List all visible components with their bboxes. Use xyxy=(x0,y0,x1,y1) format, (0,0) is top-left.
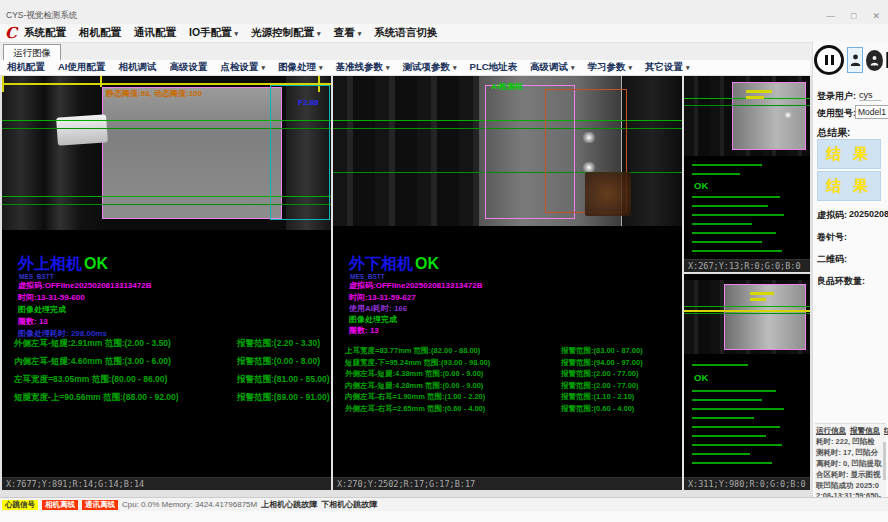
login-user-button[interactable] xyxy=(847,47,863,73)
mes-label: MES_BSTT xyxy=(19,273,54,280)
time-line: 时间:13-31-59-600 xyxy=(18,292,85,303)
info-tab-result[interactable]: 结果信息 xyxy=(884,426,888,436)
tool-image-processing[interactable]: 图像处理 xyxy=(278,61,323,74)
result-ok-badge: OK xyxy=(415,255,439,272)
control-sidebar: 登录用户: cys 使用型号: Model1 总结果: 结 果 结 果 虚拟码:… xyxy=(812,42,888,497)
minimize-button[interactable]: — xyxy=(826,11,835,21)
result-text-line xyxy=(692,426,780,428)
result-text-line xyxy=(692,223,752,225)
login-user-label: 登录用户: xyxy=(817,90,856,103)
baseline-green xyxy=(2,120,331,121)
sidebar-icon-row xyxy=(814,45,888,75)
overlay-label-mark xyxy=(746,96,764,99)
menu-item-io-hand-config[interactable]: IO手配置 xyxy=(189,26,238,40)
tool-test-item-params[interactable]: 测试项参数 xyxy=(403,61,457,74)
barcode-line: 虚拟码:OFFline2025020813313472B xyxy=(349,280,482,291)
camera-image-live[interactable]: 静态阈值:93, 动态阈值:100 F2.88 xyxy=(2,76,331,230)
maximize-button[interactable]: □ xyxy=(851,11,856,21)
result-box-text: 结 果 xyxy=(826,145,872,164)
camera-panel-outer-lower: AI检测框 外下相机OK MES_BSTT 虚拟码:OFFline2025020… xyxy=(333,76,682,490)
menu-item-comm-config[interactable]: 通讯配置 xyxy=(134,26,176,40)
measurement-alarm: 报警范围:(2.20 - 3.30) xyxy=(237,338,320,350)
menu-item-system-config[interactable]: 系统配置 xyxy=(24,26,66,40)
pause-button[interactable] xyxy=(814,45,844,75)
camera-image-thumb[interactable] xyxy=(684,280,810,354)
result-text-line xyxy=(692,462,772,464)
menu-item-view[interactable]: 查看 xyxy=(334,26,362,40)
info-tab-alarm[interactable]: 报警信息 xyxy=(850,426,880,436)
tool-baseline-params[interactable]: 基准线参数 xyxy=(336,61,390,74)
tool-camera-config[interactable]: 相机配置 xyxy=(7,61,45,74)
tool-advanced-settings[interactable]: 高级设置 xyxy=(170,61,208,74)
camera-name: 外下相机 xyxy=(349,255,413,272)
result-text-line xyxy=(692,399,762,401)
camera-result-title: 外下相机OK xyxy=(349,254,439,275)
camera-panel-outer-upper: 静态阈值:93, 动态阈值:100 F2.88 外上相机OK MES_BSTT … xyxy=(2,76,331,490)
measurement-alarm: 报警范围:(81.00 - 85.00) xyxy=(237,374,330,386)
measurement-alarm: 报警范围:(83.00 - 87.00) xyxy=(561,346,643,356)
ring-count-line: 圈数: 13 xyxy=(18,316,48,327)
model-label: 使用型号: xyxy=(817,107,856,120)
focus-value-label: F2.88 xyxy=(298,98,318,107)
info-tab-run[interactable]: 运行信息 xyxy=(816,426,846,436)
measurement-alarm: 报警范围:(1.10 - 2.10) xyxy=(561,392,634,402)
ring-count-line: 圈数: 13 xyxy=(349,325,379,336)
needle-number-label: 卷针号: xyxy=(817,231,847,244)
result-text-line xyxy=(692,364,748,366)
camera-image-live[interactable]: AI检测框 xyxy=(333,76,682,226)
reflection-spot xyxy=(784,112,792,118)
measurement-value: 内侧左耳-短腿:4.28mm 范围:(0.00 - 9.00) xyxy=(345,381,483,391)
heartbeat-badge: 心跳信号 xyxy=(2,500,38,510)
result-text-line xyxy=(692,444,782,446)
tool-advanced-debug[interactable]: 高级调试 xyxy=(530,61,575,74)
tool-learning-params[interactable]: 学习参数 xyxy=(588,61,633,74)
toolbar: 相机配置 AI使用配置 相机调试 高级设置 点检设置 图像处理 基准线参数 测试… xyxy=(0,60,810,75)
tool-camera-debug[interactable]: 相机调试 xyxy=(119,61,157,74)
window-title: CYS-视觉检测系统 xyxy=(6,10,77,22)
good-ring-count-label: 良品环数量: xyxy=(817,275,865,288)
log-scrollbar[interactable] xyxy=(883,442,886,480)
tool-other-settings[interactable]: 其它设置 xyxy=(645,61,690,74)
menu-item-camera-config[interactable]: 相机配置 xyxy=(79,26,121,40)
baseline-green xyxy=(2,204,331,205)
measurement-value: 左耳宽度=83.05mm 范围:(80.00 - 86.00) xyxy=(14,374,167,386)
model-value-field[interactable]: Model1 xyxy=(855,105,888,119)
total-result-label: 总结果: xyxy=(817,126,850,140)
result-text-line xyxy=(692,435,766,437)
time-line: 时间:13-31-59-627 xyxy=(349,292,416,303)
measurement-value: 外侧左耳-短腿:2.91mm 范围:(2.00 - 3.50) xyxy=(14,338,171,350)
measurement-value: 外侧左耳-右耳=2.65mm 范围:(0.60 - 4.00) xyxy=(345,404,485,414)
user-account-button[interactable] xyxy=(866,50,883,71)
tab-run-image[interactable]: 运行图像 xyxy=(3,44,61,60)
baseline-green xyxy=(2,128,331,129)
virtual-code-value: 20250208 xyxy=(849,209,888,219)
measurement-alarm: 报警范围:(89.00 - 91.00) xyxy=(237,392,330,404)
fault-upper-camera: 上相机心跳故障 xyxy=(261,499,317,510)
mes-label: MES_BSTT xyxy=(350,273,385,280)
result-text-line xyxy=(692,417,754,419)
close-button[interactable]: ✕ xyxy=(872,11,880,21)
comm-status-badge: 通讯离线 xyxy=(82,500,118,510)
pixel-coords-readout: X:7677;Y:891;R:14;G:14;B:14 xyxy=(2,477,331,490)
overlay-label-mark xyxy=(750,292,774,295)
camera-image-thumb[interactable] xyxy=(684,76,810,156)
result-text-line xyxy=(692,408,784,410)
app-window: CYS-视觉检测系统 — □ ✕ C 系统配置 相机配置 通讯配置 IO手配置 … xyxy=(0,0,888,522)
person-icon xyxy=(850,53,861,67)
menu-item-language-switch[interactable]: 系统语言切换 xyxy=(374,26,437,40)
qrcode-label: 二维码: xyxy=(817,253,847,266)
tool-spot-check-settings[interactable]: 点检设置 xyxy=(221,61,266,74)
menu-item-light-control-config[interactable]: 光源控制配置 xyxy=(251,26,321,40)
result-text-line xyxy=(692,250,782,252)
overlay-label-mark xyxy=(750,298,766,301)
result-ok-badge: OK xyxy=(84,255,108,272)
overlay-yellow-tick xyxy=(100,76,102,87)
result-ok-badge: OK xyxy=(694,372,708,383)
cpu-memory-readout: Cpu: 0.0% Memory: 3424.41796875M xyxy=(122,500,257,509)
measurement-value: 短腿宽度-上=90.56mm 范围:(88.00 - 92.00) xyxy=(14,392,179,404)
tool-plc-address-table[interactable]: PLC地址表 xyxy=(470,61,518,74)
overlay-yellow-tick xyxy=(2,76,4,92)
tool-ai-use-config[interactable]: AI使用配置 xyxy=(58,61,106,74)
ai-time-line: 使用AI耗时: 166 xyxy=(349,303,407,314)
login-user-value: cys xyxy=(859,90,881,101)
